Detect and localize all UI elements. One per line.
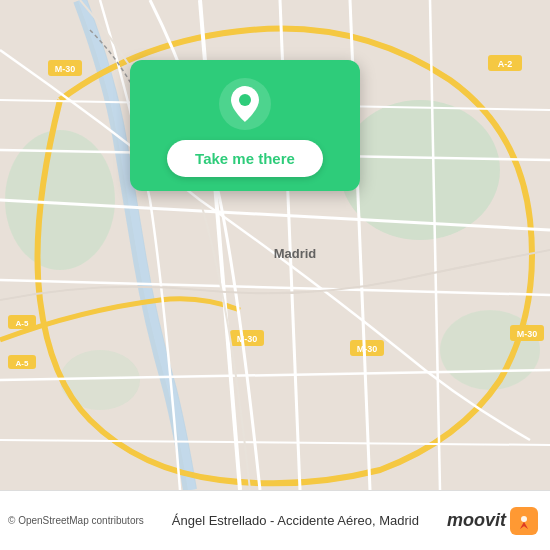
moovit-icon bbox=[510, 507, 538, 535]
location-card: Take me there bbox=[130, 60, 360, 191]
moovit-text: moovit bbox=[447, 510, 506, 531]
svg-text:M-30: M-30 bbox=[55, 64, 76, 74]
svg-text:Madrid: Madrid bbox=[274, 246, 317, 261]
svg-text:A-5: A-5 bbox=[16, 319, 29, 328]
svg-point-21 bbox=[239, 94, 251, 106]
attribution-text: © OpenStreetMap contributors bbox=[8, 515, 144, 526]
take-me-there-button[interactable]: Take me there bbox=[167, 140, 323, 177]
svg-text:M-30: M-30 bbox=[357, 344, 378, 354]
moovit-logo: moovit bbox=[447, 507, 538, 535]
svg-text:A-2: A-2 bbox=[498, 59, 513, 69]
svg-text:M-30: M-30 bbox=[517, 329, 538, 339]
svg-point-23 bbox=[521, 516, 527, 522]
bottom-bar: © OpenStreetMap contributors Ángel Estre… bbox=[0, 490, 550, 550]
svg-text:M-30: M-30 bbox=[237, 334, 258, 344]
place-name: Ángel Estrellado - Accidente Aéreo, Madr… bbox=[144, 513, 447, 528]
location-pin-icon bbox=[219, 78, 271, 130]
svg-text:A-5: A-5 bbox=[16, 359, 29, 368]
map-container: M-30 A-2 M-30 M-30 M-30 A-5 A-5 bbox=[0, 0, 550, 490]
